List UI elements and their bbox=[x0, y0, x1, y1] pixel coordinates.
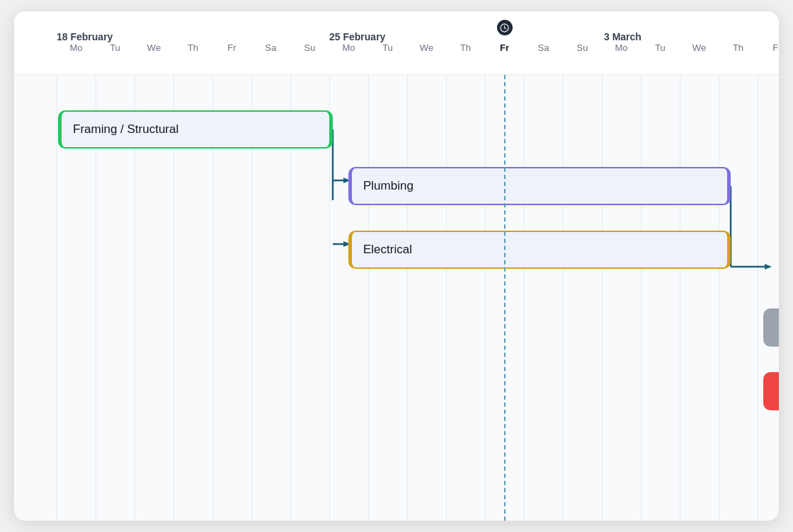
day-tu3: Tu bbox=[641, 42, 680, 53]
week-label-2: 25 February bbox=[329, 31, 385, 42]
week-label-1: 18 February bbox=[57, 31, 113, 42]
connector-to-next bbox=[729, 186, 779, 278]
task-label-electrical: Electrical bbox=[363, 243, 412, 257]
day-sa2: Sa bbox=[524, 42, 563, 53]
day-mo3: Mo bbox=[602, 42, 641, 53]
day-mo2: Mo bbox=[329, 42, 368, 53]
partial-bar-gray bbox=[763, 308, 779, 347]
svg-marker-8 bbox=[765, 264, 772, 270]
day-mo1: Mo bbox=[57, 42, 96, 53]
today-vertical-line bbox=[504, 75, 506, 521]
day-tu2: Tu bbox=[368, 42, 407, 53]
day-fr3: Fr bbox=[758, 42, 779, 53]
day-th2: Th bbox=[446, 42, 485, 53]
today-indicator bbox=[497, 20, 513, 35]
gantt-chart: 18 February 25 February 3 March Mo Tu We… bbox=[14, 11, 779, 521]
day-tu1: Tu bbox=[96, 42, 135, 53]
task-bar-plumbing[interactable]: Plumbing bbox=[348, 167, 731, 205]
week-label-3: 3 March bbox=[604, 31, 641, 42]
day-fr1: Fr bbox=[212, 42, 251, 53]
task-label-plumbing: Plumbing bbox=[363, 179, 413, 193]
task-bar-electrical[interactable]: Electrical bbox=[348, 231, 731, 269]
gantt-body: Framing / Structural Plumbing Electrical bbox=[14, 75, 779, 521]
day-fr2-today: Fr bbox=[485, 42, 524, 53]
day-su2: Su bbox=[563, 42, 602, 53]
day-su1: Su bbox=[290, 42, 329, 53]
day-we1: We bbox=[135, 42, 173, 53]
partial-bar-red bbox=[763, 372, 779, 410]
day-we3: We bbox=[680, 42, 719, 53]
gantt-header: 18 February 25 February 3 March Mo Tu We… bbox=[14, 11, 779, 75]
day-we2: We bbox=[407, 42, 446, 53]
day-th3: Th bbox=[719, 42, 758, 53]
task-label-framing: Framing / Structural bbox=[73, 122, 178, 137]
day-th1: Th bbox=[173, 42, 212, 53]
day-sa1: Sa bbox=[251, 42, 290, 53]
task-bar-framing[interactable]: Framing / Structural bbox=[58, 110, 333, 149]
